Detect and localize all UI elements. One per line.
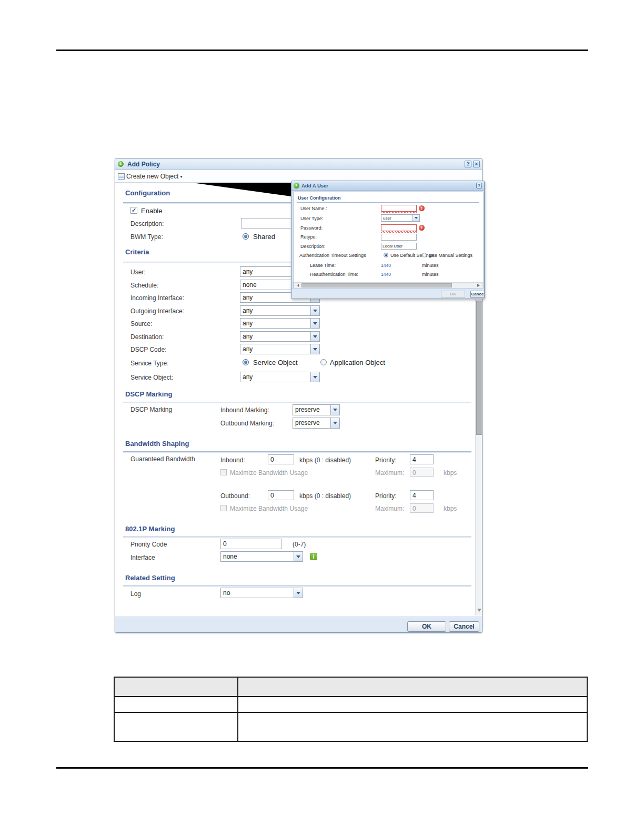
- error-icon: !: [419, 225, 425, 231]
- dropdown-arrow-icon[interactable]: [412, 215, 419, 221]
- section-divider: [123, 451, 471, 453]
- dropdown-arrow-icon[interactable]: [310, 332, 319, 341]
- add-icon: +: [117, 161, 124, 167]
- inbound-kbps-label: kbps: [444, 469, 457, 476]
- user-type-dropdown[interactable]: user: [381, 214, 420, 222]
- destination-dropdown[interactable]: any: [240, 331, 320, 342]
- user-description-label: Description:: [300, 244, 326, 249]
- priority-code-range-hint: (0-7): [293, 541, 306, 548]
- user-type-label: User Type:: [300, 216, 323, 221]
- cancel-button[interactable]: Cancel: [470, 291, 485, 298]
- dropdown-arrow-icon[interactable]: [330, 405, 339, 415]
- retype-input[interactable]: [381, 234, 417, 241]
- footer-rule: [56, 767, 588, 769]
- dropdown-arrow-icon[interactable]: [310, 306, 319, 315]
- interface-label: Interface: [130, 554, 155, 561]
- source-value: any: [240, 319, 310, 328]
- dscp-code-dropdown[interactable]: any: [240, 344, 320, 354]
- scrollbar-thumb[interactable]: [301, 283, 452, 287]
- scroll-right-icon[interactable]: [476, 283, 482, 288]
- dscp-code-value: any: [240, 344, 310, 354]
- application-object-radio-label: Application Object: [330, 359, 385, 366]
- bwm-shared-label: Shared: [253, 233, 275, 241]
- use-default-settings-radio[interactable]: [384, 253, 388, 257]
- user-label: User:: [130, 269, 146, 276]
- dropdown-arrow-icon[interactable]: [310, 319, 319, 328]
- ok-button[interactable]: OK: [407, 621, 446, 632]
- user-description-input[interactable]: Local User: [381, 243, 417, 250]
- interface-dropdown[interactable]: none: [220, 551, 303, 562]
- table-row: [114, 712, 587, 741]
- table-header-row: [114, 677, 587, 697]
- destination-value: any: [240, 332, 310, 341]
- dropdown-arrow-icon[interactable]: [310, 344, 319, 354]
- enable-checkbox[interactable]: ✓: [130, 207, 137, 214]
- priority-code-input[interactable]: 0: [220, 539, 282, 549]
- scroll-left-icon[interactable]: [294, 283, 300, 288]
- section-divider: [123, 402, 471, 403]
- guaranteed-bandwidth-label: Guaranteed Bandwidth: [130, 455, 195, 463]
- section-bandwidth-shaping: Bandwidth Shaping: [125, 440, 189, 448]
- inbound-priority-label: Priority:: [375, 456, 397, 464]
- lease-time-value: 1440: [381, 263, 391, 268]
- validation-squiggle: [381, 231, 417, 233]
- reauth-time-value: 1440: [381, 272, 391, 277]
- inbound-input[interactable]: 0: [268, 454, 294, 464]
- bwm-shared-radio[interactable]: [243, 233, 249, 240]
- outbound-kbps-hint: kbps (0 : disabled): [299, 492, 351, 500]
- use-default-settings-label: Use Default Settings: [390, 253, 434, 258]
- dropdown-arrow-icon[interactable]: [330, 418, 339, 428]
- inbound-priority-input[interactable]: 4: [410, 454, 434, 464]
- dscp-code-label: DSCP Code:: [130, 346, 166, 353]
- inbound-marking-dropdown[interactable]: preserve: [293, 404, 340, 415]
- outbound-maximize-checkbox[interactable]: [220, 505, 227, 511]
- outbound-input[interactable]: 0: [268, 490, 294, 500]
- password-input[interactable]: [381, 224, 417, 231]
- application-object-radio[interactable]: [320, 359, 327, 365]
- reauth-minutes-label: minutes: [422, 272, 439, 277]
- dropdown-arrow-icon[interactable]: [294, 588, 303, 598]
- user-name-label: User Name :: [300, 206, 327, 211]
- scroll-down-icon[interactable]: [477, 609, 481, 614]
- service-object-dropdown[interactable]: any: [240, 372, 320, 382]
- outgoing-interface-label: Outgoing Interface:: [130, 307, 184, 315]
- help-button[interactable]: ?: [465, 161, 471, 167]
- table-cell: [114, 712, 238, 741]
- outbound-priority-label: Priority:: [375, 492, 397, 500]
- description-table: [114, 677, 588, 742]
- ok-button[interactable]: OK: [441, 291, 465, 298]
- cancel-button[interactable]: Cancel: [449, 621, 479, 632]
- object-list-icon: [118, 173, 125, 180]
- inbound-label: Inbound:: [220, 456, 245, 464]
- outbound-priority-input[interactable]: 4: [410, 490, 434, 500]
- priority-code-label: Priority Code: [130, 541, 167, 548]
- outbound-maximum-input[interactable]: 0: [410, 503, 434, 513]
- lease-time-label: Lease Time:: [310, 263, 336, 268]
- inbound-marking-value: preserve: [293, 405, 330, 415]
- outbound-marking-dropdown[interactable]: preserve: [293, 418, 340, 429]
- dropdown-arrow-icon[interactable]: [294, 552, 303, 561]
- inbound-kbps-hint: kbps (0 : disabled): [299, 456, 351, 464]
- outgoing-interface-dropdown[interactable]: any: [240, 305, 320, 316]
- header-rule: [56, 49, 588, 51]
- create-new-object-label: Create new Object: [126, 173, 178, 180]
- log-value: no: [221, 588, 294, 598]
- section-dscp-marking: DSCP Marking: [125, 390, 172, 398]
- close-button[interactable]: ×: [473, 161, 480, 167]
- user-name-input[interactable]: [381, 205, 417, 212]
- table-cell: [114, 697, 238, 712]
- scrollbar-thumb[interactable]: [476, 301, 482, 435]
- bwm-type-label: BWM Type:: [130, 233, 163, 241]
- dropdown-arrow-icon[interactable]: [310, 372, 319, 382]
- redacted-area: [196, 183, 291, 196]
- inbound-maximum-input[interactable]: 0: [410, 468, 434, 477]
- log-dropdown[interactable]: no: [220, 588, 303, 598]
- outbound-maximize-label: Maximize Bandwidth Usage: [230, 505, 308, 512]
- help-button[interactable]: ?: [476, 183, 482, 188]
- use-manual-settings-radio[interactable]: [422, 253, 427, 257]
- inbound-maximize-checkbox[interactable]: [220, 469, 227, 475]
- create-new-object-button[interactable]: Create new Object ▾: [118, 173, 182, 180]
- service-object-radio[interactable]: [243, 359, 249, 365]
- dialog-title: Add Policy: [127, 161, 463, 168]
- source-dropdown[interactable]: any: [240, 318, 320, 329]
